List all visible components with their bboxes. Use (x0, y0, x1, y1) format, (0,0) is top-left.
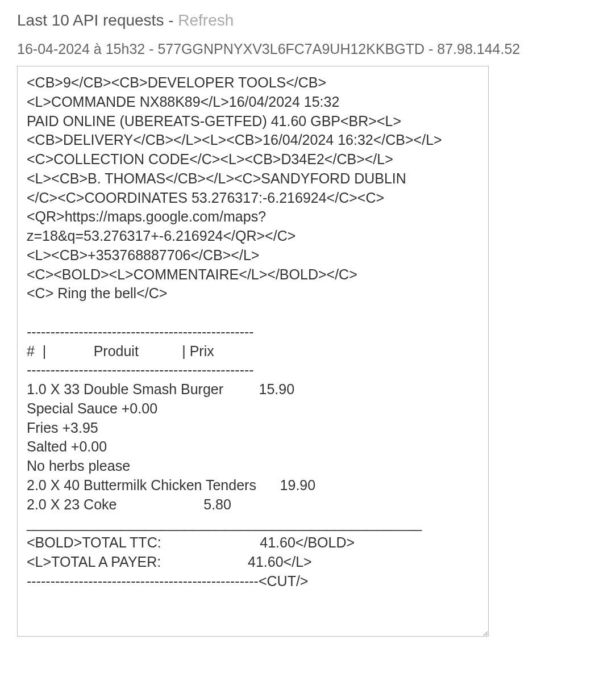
page-heading: Last 10 API requests - Refresh (17, 11, 599, 30)
heading-title: Last 10 API requests - (17, 11, 178, 29)
refresh-link[interactable]: Refresh (178, 11, 234, 29)
receipt-content-box[interactable]: <CB>9</CB><CB>DEVELOPER TOOLS</CB> <L>CO… (17, 66, 489, 637)
request-meta-line: 16-04-2024 à 15h32 - 577GGNPNYXV3L6FC7A9… (17, 41, 599, 57)
